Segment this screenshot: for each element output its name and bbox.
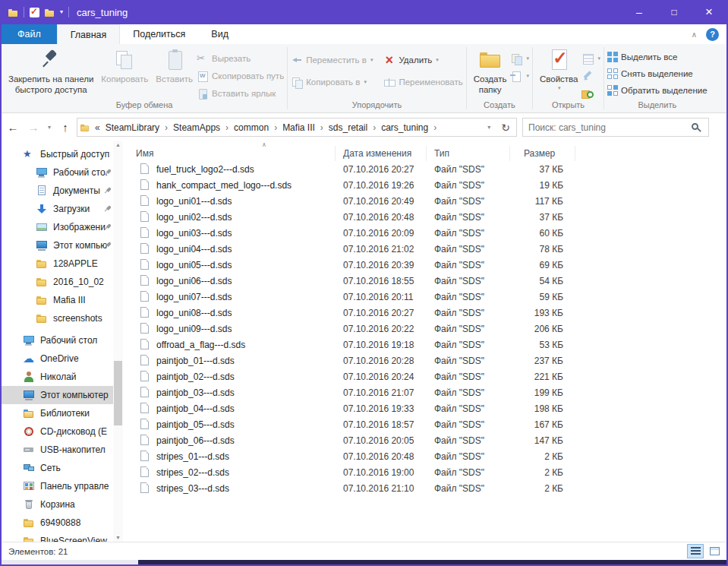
sidebar-item[interactable]: 128APPLE bbox=[2, 255, 123, 273]
sidebar-item[interactable]: USB-накопител bbox=[2, 441, 123, 459]
file-row[interactable]: logo_uni02---d.sds 07.10.2016 20:48 Файл… bbox=[123, 209, 726, 225]
properties-icon[interactable] bbox=[30, 8, 39, 17]
sidebar-item[interactable]: Изображени bbox=[2, 218, 123, 236]
file-row[interactable]: logo_uni09---d.sds 07.10.2016 20:22 Файл… bbox=[123, 321, 726, 337]
paste-shortcut-button[interactable]: Вставить ярлык bbox=[197, 87, 284, 100]
sidebar-item[interactable]: screenshots bbox=[2, 309, 123, 327]
tab-home[interactable]: Главная bbox=[57, 24, 121, 44]
breadcrumb-segment[interactable]: Mafia III bbox=[279, 122, 326, 133]
sidebar-item[interactable]: Библиотеки bbox=[2, 404, 123, 422]
address-bar[interactable]: « SteamLibrarySteamAppscommonMafia IIIsd… bbox=[77, 118, 517, 137]
file-row[interactable]: stripes_01---d.sds 07.10.2016 20:48 Файл… bbox=[123, 448, 726, 464]
sidebar-item[interactable]: CD-дисковод (Е bbox=[2, 422, 123, 441]
breadcrumb-segment[interactable]: cars_tuning bbox=[378, 122, 439, 133]
file-row[interactable]: paintjob_03---d.sds 07.10.2016 21:07 Фай… bbox=[123, 384, 726, 400]
sidebar-item[interactable]: Панель управле bbox=[2, 477, 123, 495]
file-row[interactable]: paintjob_01---d.sds 07.10.2016 20:28 Фай… bbox=[123, 353, 726, 368]
file-row[interactable]: paintjob_05---d.sds 07.10.2016 18:57 Фай… bbox=[123, 416, 726, 432]
file-row[interactable]: logo_uni03---d.sds 07.10.2016 20:09 Файл… bbox=[123, 225, 726, 241]
file-row[interactable]: stripes_02---d.sds 07.10.2016 19:00 Файл… bbox=[123, 464, 726, 480]
move-to-button[interactable]: Переместить в ▾ bbox=[291, 54, 373, 66]
sidebar-item[interactable]: OneDrive bbox=[2, 349, 123, 368]
easy-access-button[interactable]: ▾ bbox=[510, 70, 529, 82]
column-header-name[interactable]: Имя bbox=[123, 146, 336, 161]
history-button[interactable] bbox=[581, 87, 600, 100]
column-header-size[interactable]: Размер bbox=[510, 146, 575, 161]
sidebar-item[interactable]: Рабочий сто. bbox=[2, 163, 123, 182]
close-button[interactable]: × bbox=[692, 0, 726, 24]
folder-icon[interactable] bbox=[45, 8, 55, 17]
new-folder-button[interactable]: Создать папку bbox=[470, 47, 511, 95]
sidebar-item-quick-access[interactable]: ★ Быстрый доступ bbox=[2, 145, 123, 163]
copy-to-button[interactable]: Копировать в ▾ bbox=[291, 76, 373, 88]
breadcrumb-segment[interactable]: SteamApps bbox=[170, 122, 231, 133]
breadcrumb-overflow[interactable]: « bbox=[91, 122, 102, 133]
thumbnails-view-button[interactable] bbox=[706, 544, 723, 558]
file-row[interactable]: logo_uni04---d.sds 07.10.2016 21:02 Файл… bbox=[123, 241, 726, 257]
breadcrumb-segment[interactable]: sds_retail bbox=[326, 122, 378, 133]
tab-share[interactable]: Поделиться bbox=[120, 24, 198, 44]
recent-locations-icon[interactable]: ▾ bbox=[44, 124, 55, 131]
file-row[interactable]: stripes_03---d.sds 07.10.2016 21:10 Файл… bbox=[123, 480, 726, 496]
file-row[interactable]: offroad_a_flag---d.sds 07.10.2016 19:18 … bbox=[123, 337, 726, 353]
scrollbar-thumb[interactable] bbox=[114, 361, 122, 425]
help-icon[interactable]: ? bbox=[706, 28, 719, 41]
sidebar-item[interactable]: Документы bbox=[2, 182, 123, 200]
new-item-button[interactable]: ▾ bbox=[510, 52, 529, 65]
file-row[interactable]: fuel_truck_logo2---d.sds 07.10.2016 20:2… bbox=[123, 161, 726, 177]
cut-button[interactable]: Вырезать bbox=[197, 52, 284, 65]
sidebar-item[interactable]: Этот компью bbox=[2, 236, 123, 255]
folder-icon[interactable] bbox=[8, 8, 18, 17]
copy-path-button[interactable]: Скопировать путь bbox=[197, 70, 284, 82]
column-header-date[interactable]: Дата изменения bbox=[336, 146, 427, 161]
properties-button[interactable]: Свойства ▾ bbox=[536, 47, 582, 91]
invert-selection-button[interactable]: Обратить выделение bbox=[607, 84, 708, 96]
copy-button[interactable]: Копировать bbox=[97, 47, 152, 85]
column-header-type[interactable]: Тип bbox=[427, 146, 510, 161]
tab-view[interactable]: Вид bbox=[198, 24, 241, 44]
select-all-button[interactable]: Выделить все bbox=[607, 51, 708, 63]
scroll-up-icon[interactable]: ▲ bbox=[113, 142, 123, 147]
sidebar-item[interactable]: Рабочий стол bbox=[2, 331, 123, 349]
select-none-button[interactable]: Снять выделение bbox=[607, 68, 708, 80]
up-button[interactable]: ↑ bbox=[55, 121, 75, 134]
file-row[interactable]: logo_uni05---d.sds 07.10.2016 20:39 Файл… bbox=[123, 257, 726, 273]
sidebar-item[interactable]: Mafia III bbox=[2, 291, 123, 309]
minimize-button[interactable]: – bbox=[622, 0, 657, 24]
file-row[interactable]: logo_uni06---d.sds 07.10.2016 18:55 Файл… bbox=[123, 273, 726, 289]
pin-to-quick-access-button[interactable]: Закрепить на панели быстрого доступа bbox=[5, 47, 97, 95]
delete-button[interactable]: Удалить ▾ bbox=[383, 54, 462, 66]
sidebar-item[interactable]: Загрузки bbox=[2, 200, 123, 218]
collapse-ribbon-icon[interactable]: ∧ bbox=[692, 30, 697, 39]
edit-button[interactable] bbox=[581, 70, 600, 82]
sidebar-item[interactable]: Сеть bbox=[2, 459, 123, 477]
paste-button[interactable]: Вставить bbox=[152, 47, 197, 85]
forward-button[interactable]: → bbox=[24, 121, 43, 134]
sidebar-item[interactable]: 69490888 bbox=[2, 514, 123, 532]
maximize-button[interactable]: □ bbox=[657, 0, 692, 24]
sidebar-scrollbar[interactable]: ▲ ▼ bbox=[113, 141, 123, 542]
tab-file[interactable]: Файл bbox=[2, 24, 57, 44]
breadcrumb-segment[interactable]: common bbox=[231, 122, 279, 133]
sidebar-item[interactable]: 2016_10_02 bbox=[2, 273, 123, 291]
file-row[interactable]: logo_uni07---d.sds 07.10.2016 20:11 Файл… bbox=[123, 289, 726, 305]
breadcrumb-segment[interactable]: SteamLibrary bbox=[102, 122, 170, 133]
refresh-icon[interactable]: ↻ bbox=[496, 122, 515, 134]
scroll-down-icon[interactable]: ▼ bbox=[113, 535, 123, 540]
search-icon[interactable] bbox=[691, 122, 701, 133]
sidebar-item[interactable]: Корзина bbox=[2, 495, 123, 514]
address-dropdown-icon[interactable]: ▾ bbox=[481, 124, 496, 131]
sidebar-item[interactable]: Николай bbox=[2, 368, 123, 386]
file-row[interactable]: paintjob_04---d.sds 07.10.2016 19:33 Фай… bbox=[123, 400, 726, 416]
file-row[interactable]: logo_uni01---d.sds 07.10.2016 20:49 Файл… bbox=[123, 193, 726, 209]
details-view-button[interactable] bbox=[687, 544, 704, 558]
file-row[interactable]: hank_compact_med_logo---d.sds 07.10.2016… bbox=[123, 177, 726, 193]
file-row[interactable]: logo_uni08---d.sds 07.10.2016 20:27 Файл… bbox=[123, 305, 726, 321]
search-input[interactable] bbox=[523, 122, 691, 133]
qat-dropdown-icon[interactable]: ▾ bbox=[60, 8, 63, 16]
back-button[interactable]: ← bbox=[3, 121, 23, 134]
rename-button[interactable]: Переименовать bbox=[383, 76, 462, 88]
open-button[interactable]: ▾ bbox=[581, 52, 600, 65]
file-row[interactable]: paintjob_06---d.sds 07.10.2016 20:05 Фай… bbox=[123, 432, 726, 448]
sidebar-item[interactable]: Этот компьютер bbox=[2, 386, 123, 404]
